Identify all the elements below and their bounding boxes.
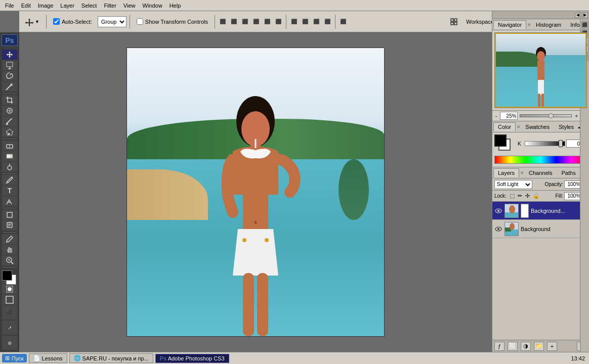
distribute-center-btn[interactable]: ⬛ <box>301 17 310 26</box>
tool-gradient[interactable] <box>2 151 17 161</box>
tool-screenmode[interactable] <box>2 295 17 305</box>
blend-mode-select[interactable]: Soft Light <box>494 180 532 189</box>
lock-pixels-btn[interactable]: ⬚ <box>510 193 515 199</box>
tool-move[interactable] <box>2 50 17 60</box>
fill-input[interactable]: 100% <box>564 192 582 200</box>
tool-extra-3[interactable]: ⊕ <box>2 336 17 350</box>
foreground-color-swatch[interactable] <box>2 270 12 281</box>
zoom-slider-thumb[interactable] <box>549 113 554 118</box>
panel-strip-btn-1[interactable]: ⬛ <box>581 21 588 28</box>
tool-dodge[interactable] <box>2 162 17 172</box>
tab-histogram[interactable]: Histogram <box>531 20 566 29</box>
tool-magic-wand[interactable] <box>2 81 17 92</box>
k-slider-thumb[interactable] <box>559 140 563 147</box>
auto-align-btn[interactable]: ⬛ <box>339 17 348 26</box>
tool-eraser[interactable] <box>2 141 17 151</box>
start-button[interactable]: ⊞ Пуск <box>2 354 27 362</box>
layer-row-background-copy[interactable]: Background... <box>492 202 589 220</box>
align-top-left-btn[interactable]: ⬛ <box>218 17 227 26</box>
menu-item-filter[interactable]: Filter <box>101 2 119 10</box>
tab-styles[interactable]: Styles <box>554 122 578 131</box>
menu-item-help[interactable]: Help <box>166 2 184 10</box>
menu-item-window[interactable]: Window <box>140 2 165 10</box>
tab-channels[interactable]: Channels <box>524 168 557 177</box>
tool-extra-2[interactable]: ↗ <box>2 321 17 335</box>
zoom-minus-btn[interactable]: - <box>494 113 498 119</box>
tab-swatches[interactable]: Swatches <box>521 122 554 131</box>
tool-eyedropper[interactable] <box>2 234 17 244</box>
align-right-btn[interactable]: ⬛ <box>274 17 283 26</box>
layer-eye-1[interactable] <box>494 207 502 215</box>
lock-position-btn[interactable]: ✢ <box>525 193 530 199</box>
align-bottom-btn[interactable]: ⬛ <box>240 17 249 26</box>
distribute-left-btn[interactable]: ⬛ <box>323 17 332 26</box>
color-spectrum-bar[interactable] <box>494 156 587 164</box>
lock-image-btn[interactable]: ✏ <box>518 193 522 199</box>
distribute-bottom-btn[interactable]: ⬛ <box>312 17 321 26</box>
auto-select-dropdown[interactable]: Group <box>98 16 127 27</box>
auto-select-label: Auto-Select: <box>50 15 96 28</box>
tool-notes[interactable] <box>2 220 17 231</box>
tool-lasso[interactable] <box>2 71 17 81</box>
tab-color[interactable]: Color <box>493 122 516 131</box>
tool-quickmask[interactable] <box>2 284 17 294</box>
panel-expand-btn[interactable]: ▶ <box>582 13 588 18</box>
tool-path-select[interactable] <box>2 196 17 206</box>
menu-item-file[interactable]: File <box>2 2 17 10</box>
distribute-top-btn[interactable]: ⬛ <box>289 17 299 26</box>
move-tool-btn[interactable]: ▼ <box>21 15 43 28</box>
taskbar-sape[interactable]: 🌐 SAPE.RU - покупка и пр... <box>69 353 153 363</box>
menu-item-select[interactable]: Select <box>78 2 100 10</box>
new-layer-btn[interactable]: + <box>547 342 557 351</box>
layer-eye-2[interactable] <box>494 225 502 233</box>
layer-row-background[interactable]: Background 🔒 <box>492 220 589 238</box>
close-layers-tab[interactable]: ✕ <box>520 170 524 175</box>
menu-item-edit[interactable]: Edit <box>18 2 34 10</box>
tab-paths[interactable]: Paths <box>557 168 580 177</box>
zoom-plus-btn[interactable]: + <box>574 113 579 119</box>
align-left-btn[interactable]: ⬛ <box>251 17 261 26</box>
show-transform-checkbox[interactable] <box>137 18 143 25</box>
new-adjustment-btn[interactable]: ◑ <box>521 342 531 351</box>
workspace-icon-btn[interactable] <box>446 15 461 28</box>
tool-crop[interactable] <box>2 95 17 105</box>
menu-item-image[interactable]: Image <box>35 2 57 10</box>
fg-color-swatch[interactable] <box>494 134 507 147</box>
layers-tabs: Layers ✕ Channels Paths ▬ ▭ ✕ ▼ <box>492 167 589 178</box>
tool-brush[interactable] <box>2 116 17 126</box>
lock-all-btn[interactable]: 🔒 <box>533 193 540 199</box>
zoom-value-input[interactable]: 25% <box>500 112 518 120</box>
new-group-btn[interactable]: 📁 <box>534 342 544 351</box>
menu-item-layer[interactable]: Layer <box>57 2 77 10</box>
close-navigator-tab[interactable]: ✕ <box>527 22 531 27</box>
toolbar-sep-1 <box>46 15 47 29</box>
taskbar-photoshop[interactable]: Ps Adobe Photoshop CS3 <box>155 354 229 363</box>
tool-clone[interactable] <box>2 127 17 137</box>
add-style-btn[interactable]: ƒ <box>494 342 504 351</box>
color-squares[interactable] <box>2 270 17 281</box>
tool-heal[interactable] <box>2 106 17 116</box>
add-mask-btn[interactable]: ⬜ <box>508 342 518 351</box>
auto-select-checkbox[interactable] <box>53 18 60 25</box>
tool-zoom[interactable] <box>2 255 17 265</box>
k-slider-bar[interactable] <box>525 141 565 146</box>
tool-type[interactable]: T <box>2 186 17 196</box>
tool-hand[interactable] <box>2 245 17 255</box>
align-top-center-btn[interactable]: ⬛ <box>229 17 238 26</box>
layers-blend-row: Soft Light Opacity: 100% ▼ <box>492 178 589 191</box>
tab-navigator[interactable]: Navigator <box>493 20 526 29</box>
panel-collapse-btn[interactable]: ◀ <box>575 13 581 18</box>
canvas-image[interactable] <box>127 48 385 337</box>
tool-extra-1[interactable]: ⬛ <box>2 305 17 320</box>
tab-layers[interactable]: Layers <box>493 168 519 177</box>
tool-shape[interactable] <box>2 210 17 220</box>
align-center-btn[interactable]: ⬛ <box>263 17 272 26</box>
opacity-input[interactable]: 100% <box>564 180 582 189</box>
taskbar-lessons[interactable]: 📄 Lessons <box>29 353 67 363</box>
tool-pen[interactable] <box>2 175 17 185</box>
menu-item-view[interactable]: View <box>120 2 139 10</box>
close-color-tab[interactable]: ✕ <box>517 124 521 129</box>
canvas-area[interactable] <box>19 32 492 352</box>
k-value-input[interactable]: 0 <box>566 140 581 148</box>
tool-selection[interactable] <box>2 60 17 70</box>
